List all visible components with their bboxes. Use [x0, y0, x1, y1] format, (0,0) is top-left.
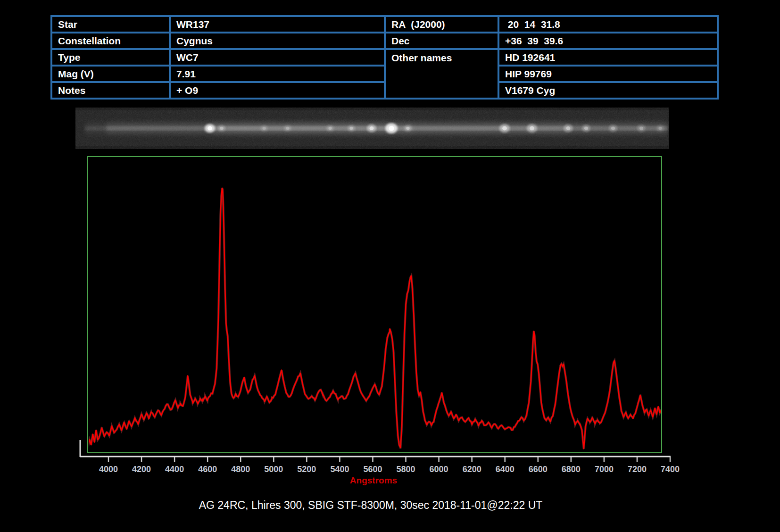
- raw-spectrum-strip: [75, 108, 669, 149]
- dec-label: Dec: [385, 33, 498, 49]
- mag-value: 7.91: [170, 66, 385, 82]
- table-row: Constellation Cygnus Dec +36 39 39.6: [51, 33, 718, 49]
- svg-text:5800: 5800: [397, 465, 415, 474]
- svg-text:6400: 6400: [496, 465, 514, 474]
- spectrum-trace: [88, 188, 662, 449]
- other-name-1: HD 192641: [498, 49, 718, 66]
- type-value: WC7: [170, 49, 385, 66]
- svg-text:7200: 7200: [628, 465, 647, 474]
- spectrum-trace-glow: [88, 188, 662, 449]
- x-axis-title: Angstroms: [350, 475, 397, 485]
- constellation-value: Cygnus: [170, 33, 385, 49]
- spectrum-strip-image: [75, 108, 669, 149]
- svg-text:6800: 6800: [562, 465, 581, 474]
- table-row: Star WR137 RA (J2000) 20 14 31.8: [51, 16, 718, 33]
- table-row: Mag (V) 7.91 HIP 99769: [51, 66, 718, 82]
- constellation-label: Constellation: [51, 33, 170, 49]
- svg-text:4000: 4000: [99, 465, 118, 474]
- spectrum-plot: 4000420044004600480050005200540056005800…: [71, 153, 684, 490]
- x-tick-labels: 4000420044004600480050005200540056005800…: [99, 465, 680, 474]
- star-label: Star: [51, 16, 170, 33]
- svg-text:4400: 4400: [165, 465, 184, 474]
- mag-label: Mag (V): [51, 66, 170, 82]
- notes-label: Notes: [51, 82, 170, 99]
- spectrum-report-page: { "title_table": { "rows_left": [ {"labe…: [0, 0, 780, 532]
- type-label: Type: [51, 49, 170, 66]
- svg-text:5400: 5400: [330, 465, 349, 474]
- object-info-table: Star WR137 RA (J2000) 20 14 31.8 Constel…: [50, 15, 719, 100]
- svg-text:4200: 4200: [132, 465, 151, 474]
- x-axis-ticks: [108, 457, 670, 462]
- svg-text:6200: 6200: [463, 465, 481, 474]
- spectrum-chart: 4000420044004600480050005200540056005800…: [71, 153, 684, 490]
- dec-value: +36 39 39.6: [498, 33, 718, 49]
- svg-text:7400: 7400: [661, 465, 680, 474]
- notes-value: + O9: [170, 82, 385, 99]
- other-name-3: V1679 Cyg: [498, 82, 718, 99]
- svg-text:4800: 4800: [231, 465, 250, 474]
- star-value: WR137: [170, 16, 385, 33]
- other-name-2: HIP 99769: [498, 66, 718, 82]
- table-row: Notes + O9 V1679 Cyg: [51, 82, 718, 99]
- plot-frame: [88, 157, 662, 453]
- svg-text:6600: 6600: [529, 465, 548, 474]
- svg-text:4600: 4600: [198, 465, 217, 474]
- ra-value: 20 14 31.8: [498, 16, 718, 33]
- ra-label: RA (J2000): [385, 16, 498, 33]
- svg-text:5000: 5000: [264, 465, 283, 474]
- svg-text:5600: 5600: [363, 465, 382, 474]
- table-row: Type WC7 Other names HD 192641: [51, 49, 718, 66]
- svg-text:5200: 5200: [297, 465, 316, 474]
- acquisition-caption: AG 24RC, Lhires 300, SBIG STF-8300M, 30s…: [199, 499, 543, 512]
- other-names-label: Other names: [385, 49, 498, 99]
- svg-text:7000: 7000: [595, 465, 614, 474]
- svg-text:6000: 6000: [430, 465, 448, 474]
